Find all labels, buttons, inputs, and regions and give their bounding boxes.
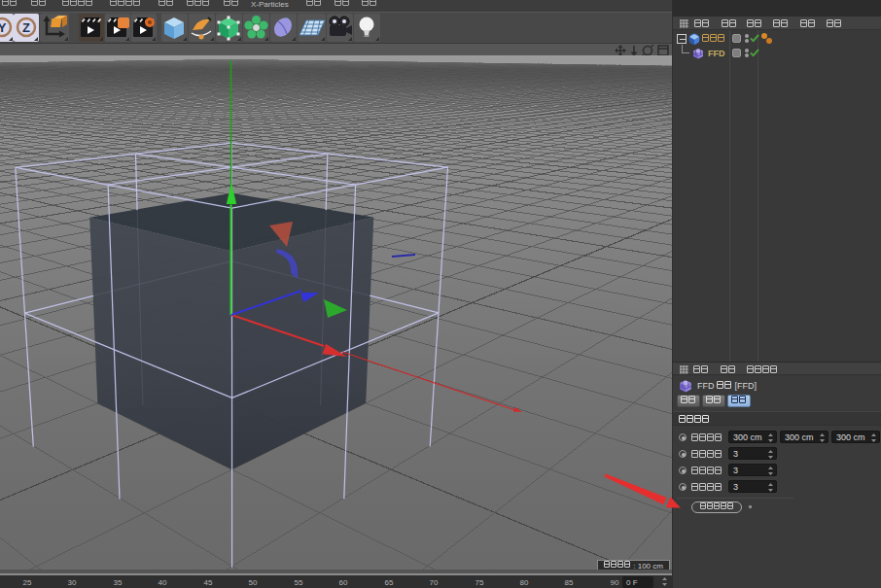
svg-text:Y: Y [0, 20, 7, 35]
svg-text:Z: Z [22, 20, 30, 35]
